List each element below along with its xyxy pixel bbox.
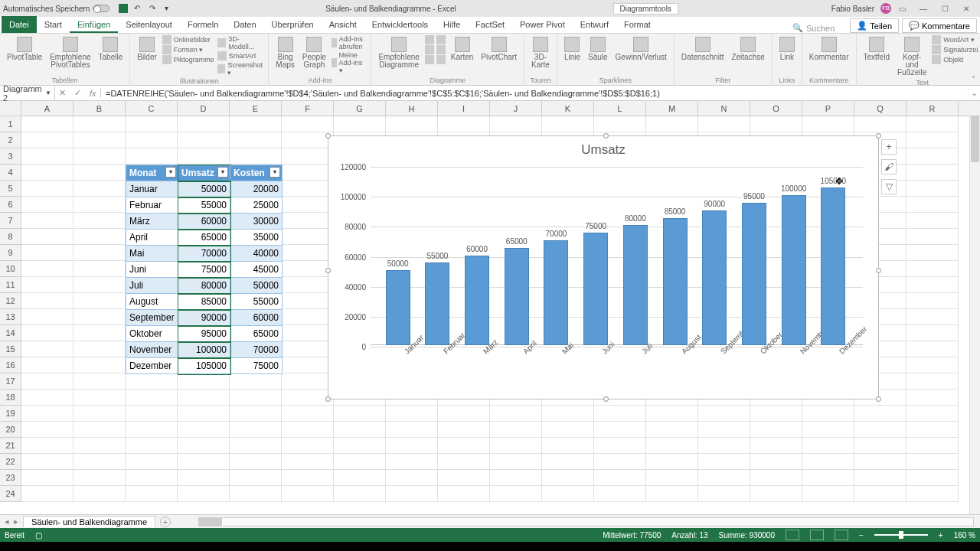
- row-header[interactable]: 15: [0, 341, 21, 357]
- table-row[interactable]: März6000030000: [126, 214, 283, 230]
- row-header[interactable]: 14: [0, 325, 21, 341]
- row-header[interactable]: 3: [0, 148, 21, 165]
- macro-record-icon[interactable]: ▢: [35, 531, 42, 540]
- row-header[interactable]: 7: [0, 213, 21, 229]
- zoom-out-icon[interactable]: −: [859, 531, 864, 540]
- chart-bar[interactable]: [663, 218, 688, 345]
- name-box[interactable]: Diagramm 2▼: [0, 84, 55, 103]
- ribbon-tab[interactable]: Start: [37, 18, 70, 33]
- data-label[interactable]: 95000: [743, 192, 765, 201]
- table-row[interactable]: Dezember10500075000: [126, 358, 283, 374]
- share-button[interactable]: 👤Teilen: [850, 18, 899, 33]
- ribbon-item[interactable]: 3D-Modell...: [217, 35, 264, 51]
- row-header[interactable]: 18: [0, 390, 21, 406]
- column-header[interactable]: R: [906, 101, 959, 116]
- data-label[interactable]: 70000: [546, 230, 567, 238]
- column-header[interactable]: P: [802, 101, 854, 116]
- minimize-icon[interactable]: ―: [913, 2, 934, 15]
- ribbon-tab[interactable]: Power Pivot: [512, 18, 573, 33]
- table-row[interactable]: Juli8000050000: [126, 278, 283, 294]
- table-row[interactable]: Oktober9500065000: [126, 326, 283, 342]
- column-header[interactable]: H: [386, 101, 438, 116]
- row-header[interactable]: 4: [0, 165, 21, 181]
- row-header[interactable]: 22: [0, 454, 21, 470]
- table-header-cell[interactable]: Kosten▾: [230, 165, 283, 181]
- row-header[interactable]: 9: [0, 245, 21, 261]
- ribbon-item[interactable]: Onlinebilder: [162, 35, 214, 44]
- column-header[interactable]: C: [126, 101, 178, 116]
- data-label[interactable]: 85000: [665, 207, 686, 216]
- column-header[interactable]: B: [74, 101, 126, 116]
- row-header[interactable]: 13: [0, 309, 21, 325]
- table-row[interactable]: Januar5000020000: [126, 181, 283, 197]
- user-avatar[interactable]: FB: [880, 3, 891, 14]
- row-header[interactable]: 19: [0, 406, 21, 422]
- table-row[interactable]: Mai7000040000: [126, 246, 283, 262]
- ribbon-tab[interactable]: Seitenlayout: [118, 18, 180, 33]
- column-header[interactable]: M: [646, 101, 698, 116]
- data-label[interactable]: 90000: [704, 200, 725, 208]
- ribbon-button[interactable]: People Graph: [300, 35, 328, 70]
- toggle-switch-icon[interactable]: [93, 5, 109, 12]
- data-label[interactable]: 100000: [781, 184, 806, 193]
- ribbon-tab[interactable]: Daten: [226, 18, 263, 33]
- row-header[interactable]: 12: [0, 293, 21, 309]
- ribbon-tab[interactable]: Ansicht: [322, 18, 364, 33]
- column-header[interactable]: E: [230, 101, 282, 116]
- vertical-scrollbar[interactable]: [969, 116, 980, 514]
- column-header[interactable]: I: [438, 101, 490, 116]
- chart-bar[interactable]: [465, 256, 489, 346]
- view-page-layout-icon[interactable]: [810, 530, 824, 540]
- view-normal-icon[interactable]: [786, 530, 799, 540]
- ribbon-button[interactable]: Zeitachse: [729, 35, 766, 63]
- fx-icon[interactable]: fx: [90, 89, 96, 98]
- row-header[interactable]: 23: [0, 470, 21, 486]
- chart-title[interactable]: Umsatz: [328, 136, 878, 164]
- ribbon-tab-context[interactable]: Format: [616, 18, 658, 33]
- ribbon-item[interactable]: SmartArt: [217, 51, 264, 60]
- chart-styles-button[interactable]: 🖌: [881, 159, 897, 174]
- chart-bar[interactable]: [782, 195, 806, 345]
- ribbon-button[interactable]: Tabelle: [96, 35, 126, 63]
- save-icon[interactable]: [119, 4, 128, 13]
- view-page-break-icon[interactable]: [835, 530, 848, 540]
- chart-bar[interactable]: [544, 240, 568, 345]
- row-header[interactable]: 2: [0, 132, 21, 148]
- chart-plot-area[interactable]: 020000400006000080000100000120000 50000 …: [371, 167, 863, 345]
- table-header-cell[interactable]: Umsatz▾: [178, 165, 230, 181]
- data-label[interactable]: 50000: [387, 259, 409, 268]
- chart-bar[interactable]: [425, 262, 449, 345]
- ribbon-item[interactable]: WordArt ▾: [932, 35, 980, 44]
- redo-icon[interactable]: ↷: [149, 4, 158, 13]
- table-header-cell[interactable]: Monat▾: [126, 165, 178, 181]
- chart-elements-button[interactable]: +: [881, 139, 897, 155]
- row-header[interactable]: 11: [0, 277, 21, 293]
- column-header[interactable]: Q: [854, 101, 906, 116]
- ribbon-button[interactable]: Säule: [586, 35, 610, 63]
- column-header[interactable]: A: [21, 101, 74, 116]
- table-row[interactable]: August8500055000: [126, 294, 283, 310]
- column-header[interactable]: K: [542, 101, 594, 116]
- zoom-in-icon[interactable]: +: [939, 531, 943, 540]
- expand-formula-icon[interactable]: ⌄: [968, 88, 980, 98]
- ribbon-tab[interactable]: Überprüfen: [264, 18, 322, 33]
- select-all-corner[interactable]: [0, 101, 21, 116]
- sheet-nav-next-icon[interactable]: ▸: [14, 517, 18, 527]
- row-header[interactable]: 1: [0, 116, 21, 132]
- chart-object[interactable]: Umsatz 020000400006000080000100000120000…: [328, 135, 879, 399]
- maximize-icon[interactable]: ☐: [934, 2, 956, 15]
- chart-bar[interactable]: [583, 233, 608, 345]
- filter-dropdown-icon[interactable]: ▾: [217, 167, 228, 178]
- ribbon-item[interactable]: Piktogramme: [162, 55, 214, 64]
- row-header[interactable]: 10: [0, 261, 21, 277]
- chart-filters-button[interactable]: ▽: [881, 179, 897, 194]
- chart-bar[interactable]: [742, 203, 766, 345]
- search-icon[interactable]: 🔍: [792, 23, 803, 33]
- ribbon-button[interactable]: Empfohlene PivotTables: [47, 35, 93, 70]
- ribbon-tab[interactable]: Einfügen: [70, 18, 118, 33]
- data-label[interactable]: 60000: [466, 245, 488, 253]
- row-header[interactable]: 16: [0, 357, 21, 373]
- ribbon-button[interactable]: Link: [777, 35, 797, 63]
- table-row[interactable]: April6500035000: [126, 230, 283, 246]
- ribbon-button[interactable]: Kommentar: [807, 35, 851, 63]
